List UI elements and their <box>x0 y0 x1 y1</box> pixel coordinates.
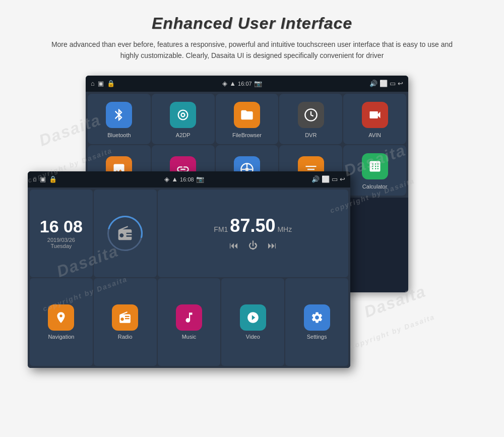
clock-front: 16:08 <box>180 176 194 182</box>
image-icon: ▣ <box>98 80 104 87</box>
header-description: More advanced than ever before, features… <box>45 39 459 61</box>
radio-dial <box>107 216 143 251</box>
filebrowser-icon <box>234 102 260 128</box>
win-icon[interactable]: ⬜ <box>380 80 388 87</box>
home-icon-front[interactable]: ⌂ <box>33 175 37 183</box>
app-radio[interactable]: Radio <box>94 278 157 366</box>
lock-icon-front: 🔒 <box>49 175 57 183</box>
avin-label: AVIN <box>368 132 381 138</box>
clock-time-display: 16 08 <box>40 218 83 235</box>
calculator-icon <box>362 153 388 179</box>
status-left-front: ⌂ ▣ 🔒 <box>33 175 57 183</box>
bluetooth-label: Bluetooth <box>107 132 131 138</box>
fm-power-button[interactable]: ⏻ <box>248 240 258 251</box>
header: Enhanced User Interface More advanced th… <box>0 0 504 67</box>
fm-band-label: FM1 <box>214 225 228 233</box>
app-settings[interactable]: Settings <box>285 278 348 366</box>
video-label: Video <box>246 334 260 340</box>
back-icon-back[interactable]: ↩ <box>398 80 403 87</box>
app-filebrowser[interactable]: FileBrowser <box>216 94 279 144</box>
win-icon-front[interactable]: ⬜ <box>322 175 330 183</box>
bluetooth-icon <box>106 102 132 128</box>
status-center-front: ◈ ▲ 16:08 📷 <box>164 175 204 183</box>
fm-unit-label: MHz <box>277 225 292 233</box>
radio-app-icon <box>112 304 138 331</box>
nav-label: Navigation <box>48 334 74 340</box>
cam-icon-front: 📷 <box>196 175 204 183</box>
back-icon-front[interactable]: ↩ <box>340 175 345 183</box>
fm-frequency-display: FM1 87.50 MHz <box>214 215 292 236</box>
music-app-icon <box>176 304 202 331</box>
avin-icon <box>362 102 388 128</box>
bt-icon: ▲ <box>229 80 236 87</box>
app-video[interactable]: Video <box>221 278 284 366</box>
min-icon-front[interactable]: ▭ <box>332 175 338 183</box>
app-a2dp[interactable]: A2DP <box>152 94 215 144</box>
clock-date-display: 2019/03/26 <box>47 237 75 243</box>
fm-next-button[interactable]: ⏭ <box>268 240 277 251</box>
page-wrapper: Dasaita copyright by Dasaita Dasaita cop… <box>0 0 504 437</box>
fm-controls: ⏮ ⏻ ⏭ <box>229 240 277 251</box>
app-calculator[interactable]: Calculator <box>343 145 406 196</box>
app-music[interactable]: Music <box>158 278 221 366</box>
status-right-front: 🔊 ⬜ ▭ ↩ <box>311 175 345 183</box>
screens-container: ⌂ ▣ 🔒 ◈ ▲ 16:07 📷 🔊 ⬜ ▭ ↩ <box>0 76 504 378</box>
app-bluetooth[interactable]: Bluetooth <box>88 94 151 144</box>
lock-icon: 🔒 <box>107 80 115 87</box>
camera-status-icon: 📷 <box>254 80 262 87</box>
radio-dial-arc <box>101 209 149 258</box>
loc-icon-front: ◈ <box>164 175 169 183</box>
a2dp-label: A2DP <box>176 132 191 138</box>
clock-day-display: Tuesday <box>51 243 72 249</box>
bt-icon-front: ▲ <box>171 175 178 183</box>
page-title: Enhanced User Interface <box>20 14 484 33</box>
music-label: Music <box>182 334 197 340</box>
status-center-back: ◈ ▲ 16:07 📷 <box>222 80 262 87</box>
home-icon[interactable]: ⌂ <box>91 80 95 87</box>
fm-prev-button[interactable]: ⏮ <box>229 240 238 251</box>
settings-label: Settings <box>307 334 327 340</box>
min-icon[interactable]: ▭ <box>390 80 396 87</box>
dvr-icon <box>298 102 324 128</box>
a2dp-icon <box>170 102 196 128</box>
status-bar-back: ⌂ ▣ 🔒 ◈ ▲ 16:07 📷 🔊 ⬜ ▭ ↩ <box>86 76 408 92</box>
radio-dial-cell[interactable] <box>94 190 157 277</box>
vol-icon-front[interactable]: 🔊 <box>311 175 320 183</box>
screen-front: ⌂ ▣ 🔒 ◈ ▲ 16:08 📷 🔊 ⬜ ▭ ↩ <box>28 171 350 368</box>
status-right-back: 🔊 ⬜ ▭ ↩ <box>369 80 403 87</box>
calculator-label: Calculator <box>362 183 388 190</box>
settings-app-icon <box>304 304 330 331</box>
vol-icon[interactable]: 🔊 <box>369 80 377 87</box>
clock-back: 16:07 <box>238 81 252 87</box>
home-grid: 16 08 2019/03/26 Tuesday <box>28 188 350 368</box>
fm-cell: FM1 87.50 MHz ⏮ ⏻ ⏭ <box>158 190 348 277</box>
image-icon-front: ▣ <box>40 175 46 183</box>
nav-app-icon <box>48 304 74 331</box>
svg-point-2 <box>245 167 248 171</box>
fm-freq-number: 87.50 <box>230 215 275 236</box>
clock-cell: 16 08 2019/03/26 Tuesday <box>30 190 93 277</box>
app-dvr[interactable]: DVR <box>279 94 342 144</box>
video-app-icon <box>240 304 266 331</box>
status-bar-front: ⌂ ▣ 🔒 ◈ ▲ 16:08 📷 🔊 ⬜ ▭ ↩ <box>28 171 350 188</box>
radio-label: Radio <box>118 334 133 340</box>
app-navigation[interactable]: Navigation <box>30 278 93 366</box>
location-icon: ◈ <box>222 80 227 87</box>
app-avin[interactable]: AVIN <box>343 94 406 144</box>
dvr-label: DVR <box>305 132 317 138</box>
filebrowser-label: FileBrowser <box>232 132 262 138</box>
status-left-back: ⌂ ▣ 🔒 <box>91 80 115 87</box>
